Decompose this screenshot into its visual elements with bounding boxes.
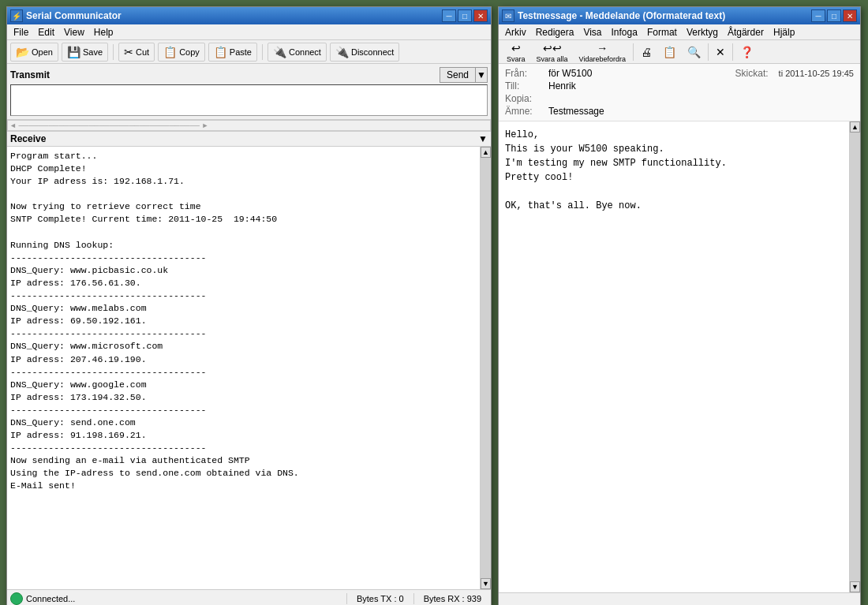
receive-label: Receive — [10, 133, 46, 144]
email-menu-visa[interactable]: Visa — [578, 25, 606, 39]
copy-label: Copy — [179, 47, 200, 57]
vidarebefordra-button[interactable]: → Vidarebefordra — [574, 42, 630, 62]
cc-label: Kopia: — [505, 93, 548, 104]
transmit-section: Transmit Send ▼ — [7, 64, 491, 120]
from-value: för W5100 — [548, 68, 735, 79]
connection-status-icon — [10, 592, 23, 605]
email-window-title: Testmessage - Meddelande (Oformaterad te… — [518, 10, 811, 21]
bytes-rx-text: Bytes RX : 939 — [417, 594, 488, 603]
bytes-tx-text: Bytes TX : 0 — [350, 594, 410, 603]
email-window: ✉ Testmessage - Meddelande (Oformaterad … — [498, 6, 861, 605]
email-toolbar: ↩ Svara ↩↩ Svara alla → Vidarebefordra 🖨… — [499, 40, 860, 64]
email-title-bar: ✉ Testmessage - Meddelande (Oformaterad … — [499, 7, 860, 24]
email-menu-infoga[interactable]: Infoga — [607, 25, 642, 39]
email-menu-hjalp[interactable]: Hjälp — [769, 25, 799, 39]
menu-view[interactable]: View — [59, 25, 89, 39]
from-row: Från: för W5100 Skickat: ti 2011-10-25 1… — [505, 67, 854, 80]
search-icon: 🔍 — [687, 46, 701, 58]
transmit-hscroll[interactable]: ◄ ──────────────────────────────────── ► — [7, 120, 491, 131]
minimize-button[interactable]: ─ — [442, 9, 456, 22]
open-button[interactable]: 📂 Open — [10, 43, 58, 62]
email-menu-redigera[interactable]: Redigera — [531, 25, 579, 39]
send-button[interactable]: Send — [440, 67, 475, 83]
email-vscrollbar[interactable]: ▲ ▼ — [849, 121, 860, 592]
email-window-controls: ─ □ ✕ — [811, 9, 857, 22]
vscroll-down-button[interactable]: ▼ — [481, 578, 491, 589]
to-label: Till: — [505, 80, 548, 91]
help-button[interactable]: ❓ — [735, 42, 758, 62]
email-tb-sep-2 — [708, 43, 709, 61]
copy-email-icon: 📋 — [663, 46, 676, 58]
subject-row: Ämne: Testmessage — [505, 105, 854, 118]
receive-vscrollbar[interactable]: ▲ ▼ — [480, 147, 491, 589]
email-minimize-button[interactable]: ─ — [811, 9, 825, 22]
serial-menu-bar: File Edit View Help — [7, 24, 491, 40]
close-button[interactable]: ✕ — [473, 9, 488, 22]
connection-status-text: Connected... — [26, 594, 343, 603]
print-icon: 🖨 — [641, 46, 652, 58]
sent-value: ti 2011-10-25 19:45 — [779, 69, 854, 78]
email-body-container: Hello, This is your W5100 speaking. I'm … — [499, 121, 860, 592]
copy-button[interactable]: 📋 Copy — [158, 43, 205, 62]
email-vscroll-down[interactable]: ▼ — [850, 581, 860, 592]
svara-icon: ↩ — [511, 42, 521, 54]
save-button[interactable]: 💾 Save — [62, 43, 108, 62]
serial-window-icon: ⚡ — [10, 9, 23, 22]
receive-dropdown-icon[interactable]: ▼ — [478, 133, 488, 144]
cut-icon: ✂ — [124, 46, 133, 58]
email-close-button[interactable]: ✕ — [843, 9, 857, 22]
paste-icon: 📋 — [214, 46, 227, 58]
svara-button[interactable]: ↩ Svara — [502, 42, 530, 62]
to-value: Henrik — [548, 80, 854, 91]
paste-label: Paste — [230, 47, 252, 57]
help-icon: ❓ — [740, 46, 754, 58]
email-status-bar — [499, 592, 860, 605]
vscroll-track[interactable] — [481, 158, 491, 578]
copy-icon: 📋 — [163, 46, 177, 58]
connect-button[interactable]: 🔌 Connect — [268, 43, 327, 62]
status-bar: Connected... Bytes TX : 0 Bytes RX : 939 — [7, 589, 491, 605]
email-menu-atgarder[interactable]: Åtgärder — [723, 25, 769, 39]
send-dropdown[interactable]: ▼ — [475, 67, 488, 83]
transmit-header: Transmit Send ▼ — [10, 67, 488, 83]
to-row: Till: Henrik — [505, 80, 854, 92]
copy-email-button[interactable]: 📋 — [658, 42, 681, 62]
vscroll-up-button[interactable]: ▲ — [481, 147, 491, 158]
email-menu-arkiv[interactable]: Arkiv — [500, 25, 531, 39]
status-sep-2 — [413, 593, 414, 604]
receive-body: Program start... DHCP Complete! Your IP … — [7, 147, 491, 589]
print-button[interactable]: 🖨 — [636, 42, 657, 62]
delete-icon: ✕ — [716, 46, 725, 58]
search-button[interactable]: 🔍 — [683, 42, 705, 62]
cut-button[interactable]: ✂ Cut — [118, 43, 155, 62]
email-maximize-button[interactable]: □ — [827, 9, 841, 22]
email-menu-verktyg[interactable]: Verktyg — [682, 25, 723, 39]
cut-label: Cut — [136, 47, 149, 57]
sent-label: Skickat: — [735, 68, 779, 79]
serial-communicator-window: ⚡ Serial Communicator ─ □ ✕ File Edit Vi… — [6, 6, 492, 605]
vidarebefordra-icon: → — [597, 42, 608, 54]
subject-value: Testmessage — [548, 106, 854, 117]
email-vscroll-track[interactable] — [850, 133, 860, 581]
transmit-label: Transmit — [10, 69, 50, 80]
email-menu-format[interactable]: Format — [642, 25, 682, 39]
svara-alla-button[interactable]: ↩↩ Svara alla — [532, 42, 573, 62]
email-tb-sep-1 — [633, 43, 634, 61]
disconnect-button[interactable]: 🔌 Disconnect — [330, 43, 399, 62]
svara-label: Svara — [507, 55, 526, 63]
svara-alla-icon: ↩↩ — [543, 42, 562, 54]
delete-button[interactable]: ✕ — [711, 42, 730, 62]
paste-button[interactable]: 📋 Paste — [208, 43, 257, 62]
email-vscroll-up[interactable]: ▲ — [850, 121, 860, 133]
menu-help[interactable]: Help — [89, 25, 118, 39]
email-window-icon: ✉ — [502, 9, 514, 22]
menu-file[interactable]: File — [9, 25, 33, 39]
email-body: Hello, This is your W5100 speaking. I'm … — [499, 121, 849, 592]
menu-edit[interactable]: Edit — [33, 25, 59, 39]
receive-content: Program start... DHCP Complete! Your IP … — [7, 147, 480, 589]
connect-icon: 🔌 — [273, 46, 286, 58]
maximize-button[interactable]: □ — [458, 9, 472, 22]
transmit-input[interactable] — [10, 84, 488, 116]
email-menu-bar: Arkiv Redigera Visa Infoga Format Verkty… — [499, 24, 860, 40]
serial-title-bar: ⚡ Serial Communicator ─ □ ✕ — [7, 7, 491, 24]
